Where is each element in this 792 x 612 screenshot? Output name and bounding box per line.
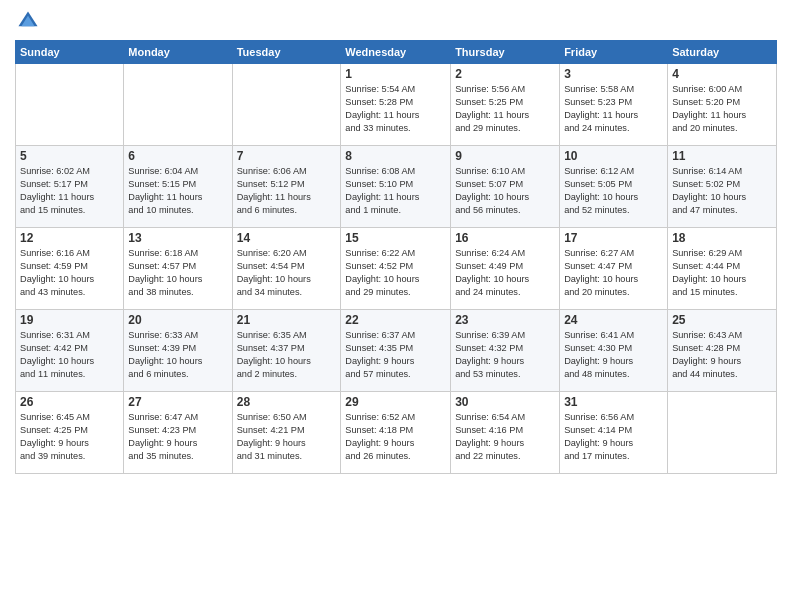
day-number: 6 — [128, 149, 227, 163]
calendar-header-row: SundayMondayTuesdayWednesdayThursdayFrid… — [16, 41, 777, 64]
day-number: 19 — [20, 313, 119, 327]
calendar-week-2: 5Sunrise: 6:02 AM Sunset: 5:17 PM Daylig… — [16, 146, 777, 228]
day-info: Sunrise: 6:22 AM Sunset: 4:52 PM Dayligh… — [345, 247, 446, 299]
day-info: Sunrise: 6:14 AM Sunset: 5:02 PM Dayligh… — [672, 165, 772, 217]
calendar-week-3: 12Sunrise: 6:16 AM Sunset: 4:59 PM Dayli… — [16, 228, 777, 310]
day-info: Sunrise: 6:20 AM Sunset: 4:54 PM Dayligh… — [237, 247, 337, 299]
calendar-cell: 14Sunrise: 6:20 AM Sunset: 4:54 PM Dayli… — [232, 228, 341, 310]
calendar-cell: 19Sunrise: 6:31 AM Sunset: 4:42 PM Dayli… — [16, 310, 124, 392]
day-info: Sunrise: 6:12 AM Sunset: 5:05 PM Dayligh… — [564, 165, 663, 217]
calendar-cell: 8Sunrise: 6:08 AM Sunset: 5:10 PM Daylig… — [341, 146, 451, 228]
day-number: 26 — [20, 395, 119, 409]
day-info: Sunrise: 6:45 AM Sunset: 4:25 PM Dayligh… — [20, 411, 119, 463]
day-info: Sunrise: 6:39 AM Sunset: 4:32 PM Dayligh… — [455, 329, 555, 381]
day-info: Sunrise: 6:18 AM Sunset: 4:57 PM Dayligh… — [128, 247, 227, 299]
calendar-cell: 12Sunrise: 6:16 AM Sunset: 4:59 PM Dayli… — [16, 228, 124, 310]
calendar-cell: 16Sunrise: 6:24 AM Sunset: 4:49 PM Dayli… — [451, 228, 560, 310]
day-number: 29 — [345, 395, 446, 409]
day-info: Sunrise: 5:56 AM Sunset: 5:25 PM Dayligh… — [455, 83, 555, 135]
day-info: Sunrise: 6:33 AM Sunset: 4:39 PM Dayligh… — [128, 329, 227, 381]
day-header-sunday: Sunday — [16, 41, 124, 64]
day-number: 30 — [455, 395, 555, 409]
calendar-cell: 28Sunrise: 6:50 AM Sunset: 4:21 PM Dayli… — [232, 392, 341, 474]
day-header-tuesday: Tuesday — [232, 41, 341, 64]
calendar-week-4: 19Sunrise: 6:31 AM Sunset: 4:42 PM Dayli… — [16, 310, 777, 392]
day-info: Sunrise: 6:54 AM Sunset: 4:16 PM Dayligh… — [455, 411, 555, 463]
day-header-monday: Monday — [124, 41, 232, 64]
calendar-cell — [124, 64, 232, 146]
day-number: 7 — [237, 149, 337, 163]
day-info: Sunrise: 6:29 AM Sunset: 4:44 PM Dayligh… — [672, 247, 772, 299]
calendar-cell: 4Sunrise: 6:00 AM Sunset: 5:20 PM Daylig… — [668, 64, 777, 146]
day-header-wednesday: Wednesday — [341, 41, 451, 64]
day-info: Sunrise: 6:41 AM Sunset: 4:30 PM Dayligh… — [564, 329, 663, 381]
day-info: Sunrise: 6:06 AM Sunset: 5:12 PM Dayligh… — [237, 165, 337, 217]
day-info: Sunrise: 6:50 AM Sunset: 4:21 PM Dayligh… — [237, 411, 337, 463]
calendar-cell: 7Sunrise: 6:06 AM Sunset: 5:12 PM Daylig… — [232, 146, 341, 228]
calendar-cell: 27Sunrise: 6:47 AM Sunset: 4:23 PM Dayli… — [124, 392, 232, 474]
day-info: Sunrise: 6:35 AM Sunset: 4:37 PM Dayligh… — [237, 329, 337, 381]
calendar-cell: 21Sunrise: 6:35 AM Sunset: 4:37 PM Dayli… — [232, 310, 341, 392]
day-number: 12 — [20, 231, 119, 245]
header — [15, 10, 777, 32]
logo-icon — [17, 10, 39, 32]
day-info: Sunrise: 6:43 AM Sunset: 4:28 PM Dayligh… — [672, 329, 772, 381]
calendar-cell: 22Sunrise: 6:37 AM Sunset: 4:35 PM Dayli… — [341, 310, 451, 392]
day-number: 10 — [564, 149, 663, 163]
day-info: Sunrise: 6:00 AM Sunset: 5:20 PM Dayligh… — [672, 83, 772, 135]
day-info: Sunrise: 6:37 AM Sunset: 4:35 PM Dayligh… — [345, 329, 446, 381]
day-info: Sunrise: 6:10 AM Sunset: 5:07 PM Dayligh… — [455, 165, 555, 217]
day-info: Sunrise: 6:52 AM Sunset: 4:18 PM Dayligh… — [345, 411, 446, 463]
day-info: Sunrise: 6:24 AM Sunset: 4:49 PM Dayligh… — [455, 247, 555, 299]
day-number: 22 — [345, 313, 446, 327]
calendar-cell: 3Sunrise: 5:58 AM Sunset: 5:23 PM Daylig… — [560, 64, 668, 146]
day-number: 28 — [237, 395, 337, 409]
calendar-cell: 10Sunrise: 6:12 AM Sunset: 5:05 PM Dayli… — [560, 146, 668, 228]
day-number: 23 — [455, 313, 555, 327]
calendar-cell — [232, 64, 341, 146]
day-number: 2 — [455, 67, 555, 81]
day-number: 17 — [564, 231, 663, 245]
calendar: SundayMondayTuesdayWednesdayThursdayFrid… — [15, 40, 777, 474]
day-number: 15 — [345, 231, 446, 245]
day-number: 16 — [455, 231, 555, 245]
day-info: Sunrise: 6:27 AM Sunset: 4:47 PM Dayligh… — [564, 247, 663, 299]
day-number: 21 — [237, 313, 337, 327]
day-info: Sunrise: 6:31 AM Sunset: 4:42 PM Dayligh… — [20, 329, 119, 381]
day-header-thursday: Thursday — [451, 41, 560, 64]
day-number: 8 — [345, 149, 446, 163]
day-info: Sunrise: 6:08 AM Sunset: 5:10 PM Dayligh… — [345, 165, 446, 217]
day-number: 31 — [564, 395, 663, 409]
calendar-cell: 5Sunrise: 6:02 AM Sunset: 5:17 PM Daylig… — [16, 146, 124, 228]
calendar-cell: 9Sunrise: 6:10 AM Sunset: 5:07 PM Daylig… — [451, 146, 560, 228]
calendar-cell: 26Sunrise: 6:45 AM Sunset: 4:25 PM Dayli… — [16, 392, 124, 474]
calendar-cell: 20Sunrise: 6:33 AM Sunset: 4:39 PM Dayli… — [124, 310, 232, 392]
logo — [15, 10, 39, 32]
calendar-cell: 18Sunrise: 6:29 AM Sunset: 4:44 PM Dayli… — [668, 228, 777, 310]
day-number: 18 — [672, 231, 772, 245]
day-header-friday: Friday — [560, 41, 668, 64]
calendar-cell: 17Sunrise: 6:27 AM Sunset: 4:47 PM Dayli… — [560, 228, 668, 310]
day-info: Sunrise: 6:16 AM Sunset: 4:59 PM Dayligh… — [20, 247, 119, 299]
calendar-cell: 24Sunrise: 6:41 AM Sunset: 4:30 PM Dayli… — [560, 310, 668, 392]
calendar-cell: 15Sunrise: 6:22 AM Sunset: 4:52 PM Dayli… — [341, 228, 451, 310]
day-info: Sunrise: 5:54 AM Sunset: 5:28 PM Dayligh… — [345, 83, 446, 135]
day-number: 13 — [128, 231, 227, 245]
day-number: 27 — [128, 395, 227, 409]
calendar-cell: 25Sunrise: 6:43 AM Sunset: 4:28 PM Dayli… — [668, 310, 777, 392]
calendar-cell: 2Sunrise: 5:56 AM Sunset: 5:25 PM Daylig… — [451, 64, 560, 146]
day-info: Sunrise: 5:58 AM Sunset: 5:23 PM Dayligh… — [564, 83, 663, 135]
calendar-cell: 1Sunrise: 5:54 AM Sunset: 5:28 PM Daylig… — [341, 64, 451, 146]
calendar-cell — [668, 392, 777, 474]
calendar-week-5: 26Sunrise: 6:45 AM Sunset: 4:25 PM Dayli… — [16, 392, 777, 474]
day-info: Sunrise: 6:04 AM Sunset: 5:15 PM Dayligh… — [128, 165, 227, 217]
calendar-cell: 31Sunrise: 6:56 AM Sunset: 4:14 PM Dayli… — [560, 392, 668, 474]
day-number: 5 — [20, 149, 119, 163]
day-number: 14 — [237, 231, 337, 245]
day-number: 9 — [455, 149, 555, 163]
day-number: 11 — [672, 149, 772, 163]
day-info: Sunrise: 6:56 AM Sunset: 4:14 PM Dayligh… — [564, 411, 663, 463]
day-info: Sunrise: 6:02 AM Sunset: 5:17 PM Dayligh… — [20, 165, 119, 217]
day-number: 1 — [345, 67, 446, 81]
day-number: 4 — [672, 67, 772, 81]
